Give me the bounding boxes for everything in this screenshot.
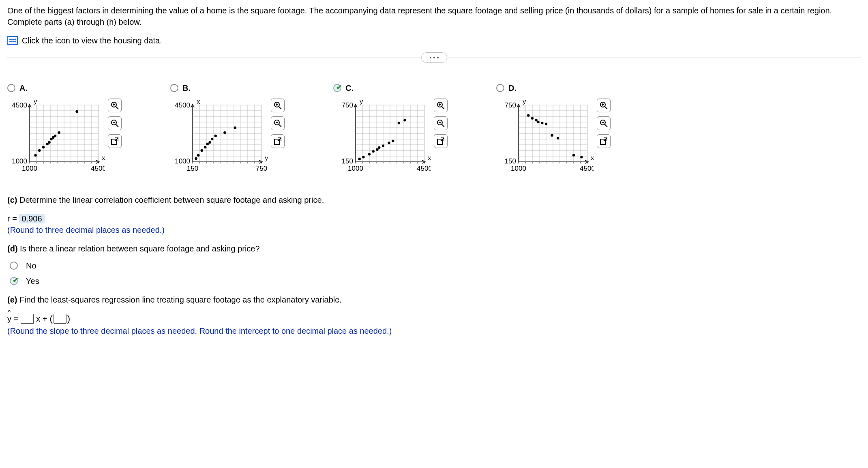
choice-no-label: No — [26, 260, 36, 271]
option-d[interactable]: D. yx75015010004500 — [496, 82, 611, 178]
svg-text:y: y — [265, 154, 268, 162]
option-d-label: D. — [508, 82, 517, 94]
svg-point-105 — [234, 127, 236, 129]
popout-icon[interactable] — [271, 134, 285, 148]
svg-point-159 — [382, 144, 384, 147]
option-a-label: A. — [19, 82, 28, 94]
scatterplot-options: A. yx4500100010004500 B. xy4500100015075… — [7, 82, 861, 178]
svg-point-41 — [42, 146, 45, 148]
svg-point-155 — [368, 153, 371, 155]
ellipsis-icon[interactable] — [421, 52, 447, 63]
svg-point-99 — [204, 146, 206, 148]
svg-point-104 — [223, 131, 226, 134]
popout-icon[interactable] — [597, 134, 611, 148]
scatterplot-c: yx75015010004500 — [333, 97, 431, 178]
scatterplot-b: xy45001000150750 — [170, 97, 268, 178]
svg-point-213 — [535, 119, 538, 121]
svg-text:4500: 4500 — [417, 165, 431, 172]
svg-point-214 — [537, 121, 539, 123]
svg-point-153 — [358, 158, 361, 160]
svg-text:1000: 1000 — [175, 157, 190, 165]
part-c: (c) Determine the linear correlation coe… — [7, 194, 861, 206]
part-d: (d) Is there a linear relation between s… — [7, 243, 861, 287]
svg-point-216 — [545, 122, 547, 125]
svg-text:x: x — [428, 154, 431, 162]
choice-no[interactable]: No — [10, 260, 861, 271]
svg-point-100 — [206, 143, 209, 145]
svg-text:x: x — [197, 98, 200, 105]
part-c-prompt: Determine the linear correlation coeffic… — [19, 195, 324, 204]
zoom-in-icon[interactable] — [108, 99, 122, 112]
choice-yes[interactable]: Yes — [10, 275, 861, 287]
svg-text:750: 750 — [256, 165, 267, 172]
option-c-label: C. — [345, 82, 354, 94]
svg-point-211 — [527, 114, 529, 116]
option-b-label: B. — [182, 82, 191, 94]
svg-line-50 — [116, 107, 118, 109]
svg-line-226 — [605, 125, 607, 127]
svg-text:150: 150 — [505, 157, 516, 165]
svg-text:x: x — [102, 154, 105, 162]
part-e-label: (e) — [7, 295, 17, 304]
svg-point-212 — [531, 117, 534, 119]
option-c[interactable]: C. yx75015010004500 — [333, 82, 448, 178]
svg-point-156 — [372, 150, 375, 152]
zoom-in-icon[interactable] — [597, 99, 611, 112]
svg-point-43 — [48, 141, 50, 144]
svg-point-98 — [200, 149, 203, 152]
svg-text:1000: 1000 — [12, 157, 27, 165]
svg-point-39 — [34, 154, 36, 157]
part-e-prompt: Find the least-squares regression line t… — [19, 295, 342, 304]
zoom-out-icon[interactable] — [108, 116, 122, 130]
radio-c[interactable] — [333, 84, 341, 92]
svg-line-165 — [442, 107, 444, 109]
svg-text:y: y — [360, 98, 363, 105]
slope-input[interactable] — [21, 314, 34, 324]
svg-line-107 — [279, 107, 281, 109]
part-c-round-note: (Round to three decimal places as needed… — [7, 224, 861, 236]
svg-line-111 — [279, 125, 281, 127]
radio-yes[interactable] — [10, 277, 18, 285]
svg-point-101 — [208, 141, 211, 144]
table-icon — [7, 36, 18, 45]
svg-text:750: 750 — [342, 101, 353, 109]
part-e-equation: y = x + (Round the slope to three decima… — [7, 313, 861, 337]
svg-point-157 — [376, 148, 378, 150]
radio-b[interactable] — [170, 84, 178, 92]
svg-text:x: x — [591, 154, 594, 162]
svg-text:4500: 4500 — [580, 165, 594, 172]
r-equals: r = — [7, 214, 17, 223]
svg-point-103 — [214, 135, 216, 137]
popout-icon[interactable] — [434, 134, 448, 148]
divider — [7, 58, 861, 58]
svg-text:150: 150 — [187, 165, 198, 172]
intercept-input[interactable] — [54, 314, 66, 324]
radio-no[interactable] — [10, 262, 18, 270]
svg-point-161 — [392, 140, 394, 142]
svg-text:4500: 4500 — [12, 101, 27, 109]
zoom-out-icon[interactable] — [597, 116, 611, 130]
svg-point-96 — [195, 157, 197, 160]
zoom-out-icon[interactable] — [434, 116, 448, 130]
svg-text:1000: 1000 — [348, 165, 363, 172]
radio-d[interactable] — [496, 84, 504, 92]
svg-text:750: 750 — [505, 101, 516, 109]
radio-a[interactable] — [7, 84, 15, 92]
svg-point-219 — [572, 154, 575, 156]
svg-text:y: y — [34, 98, 37, 105]
option-b[interactable]: B. xy45001000150750 — [170, 82, 285, 178]
svg-point-218 — [557, 137, 559, 139]
svg-point-215 — [541, 122, 543, 124]
part-d-label: (d) — [7, 244, 18, 253]
data-link-row[interactable]: Click the icon to view the housing data. — [7, 35, 861, 46]
svg-point-220 — [580, 156, 583, 158]
zoom-in-icon[interactable] — [271, 99, 285, 112]
part-c-answer: r = 0.906 (Round to three decimal places… — [7, 213, 861, 236]
svg-point-102 — [211, 138, 213, 140]
option-a[interactable]: A. yx4500100010004500 — [7, 82, 122, 178]
zoom-in-icon[interactable] — [434, 99, 448, 112]
popout-icon[interactable] — [108, 134, 122, 148]
svg-point-162 — [398, 122, 400, 124]
zoom-out-icon[interactable] — [271, 116, 285, 130]
x-plus: x + — [36, 313, 47, 324]
